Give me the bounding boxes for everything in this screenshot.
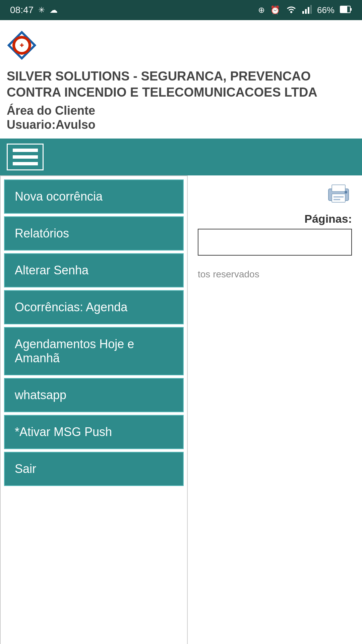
svg-rect-2 [305,9,307,14]
content-wrapper: Nova ocorrência Relatórios Alterar Senha… [0,175,362,644]
nav-bar [0,139,362,175]
svg-point-18 [345,191,347,194]
svg-rect-3 [308,7,309,14]
right-panel: Páginas: tos reservados [188,175,362,644]
menu-item-nova-ocorrencia[interactable]: Nova ocorrência [4,179,184,214]
status-left: 08:47 ✳ ☁ [10,5,58,15]
hamburger-line-2 [13,155,38,159]
print-icon-area [198,182,352,206]
svg-rect-4 [310,5,312,14]
dropdown-menu: Nova ocorrência Relatórios Alterar Senha… [0,175,188,644]
battery-indicator: 66% [317,5,335,15]
svg-text:✚: ✚ [20,43,24,48]
area-cliente: Área do Cliente [7,104,355,118]
header-area: ✚ SILVER SOLUTIONS - SEGURANCA, PREVENCA… [0,20,362,139]
hamburger-line-3 [13,162,38,165]
menu-item-relatorios[interactable]: Relatórios [4,216,184,251]
pinwheel-icon: ✳ [38,5,45,15]
hamburger-button[interactable] [7,144,44,170]
usuario: Usuario:Avulso [7,118,355,132]
svg-rect-1 [302,11,304,14]
battery-icon [340,5,352,15]
status-time: 08:47 [10,5,34,15]
company-name: SILVER SOLUTIONS - SEGURANCA, PREVENCAO … [7,68,355,100]
svg-rect-15 [332,185,345,192]
svg-point-0 [290,11,292,13]
menu-item-ocorrencias-agenda[interactable]: Ocorrências: Agenda [4,290,184,324]
svg-rect-17 [334,199,340,200]
menu-item-agendamentos[interactable]: Agendamentos Hoje e Amanhã [4,327,184,375]
status-bar: 08:47 ✳ ☁ ⊕ ⏰ 66% [0,0,362,20]
svg-rect-6 [341,6,347,12]
cloud-icon: ☁ [50,5,58,15]
print-icon[interactable] [325,182,352,206]
paginas-label: Páginas: [198,212,352,225]
menu-item-ativar-msg-push[interactable]: *Ativar MSG Push [4,415,184,449]
signal-icon [302,4,312,16]
company-logo: ✚ [7,30,37,60]
direitos-reservados: tos reservados [198,269,352,280]
wifi-icon [286,4,297,16]
svg-rect-7 [351,8,352,11]
alarm-icon: ⏰ [270,5,280,15]
menu-item-alterar-senha[interactable]: Alterar Senha [4,253,184,287]
svg-rect-16 [334,196,344,198]
menu-item-sair[interactable]: Sair [4,452,184,486]
status-right: ⊕ ⏰ 66% [258,4,352,16]
paginas-input[interactable] [198,229,352,256]
hamburger-line-1 [13,149,38,152]
plus-circle-icon: ⊕ [258,5,265,15]
menu-item-whatsapp[interactable]: whatsapp [4,378,184,412]
svg-rect-14 [332,194,345,202]
